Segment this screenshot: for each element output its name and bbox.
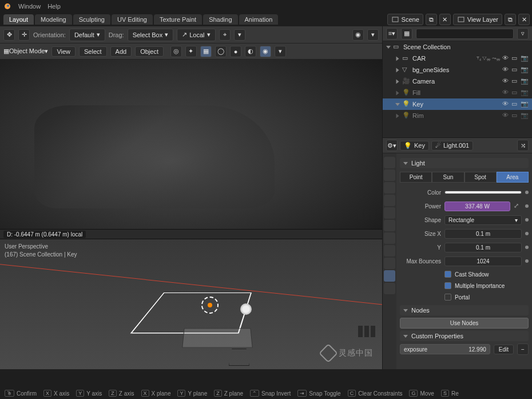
eye-icon[interactable]: 👁 [502,100,510,108]
render-hide-icon[interactable]: 📷 [521,100,529,108]
shading-wireframe-icon[interactable]: ◯ [215,46,227,57]
shape-dropdown[interactable]: Rectangle ▾ [444,215,522,225]
workspace-tab-animation[interactable]: Animation [239,14,279,25]
drag-dropdown[interactable]: Select Box▾ [128,29,174,41]
power-field[interactable]: 337.48 W [444,202,510,211]
vtab-scene-icon[interactable] [384,195,395,206]
keyframe-dot[interactable] [525,232,529,235]
expand-icon[interactable] [396,90,399,95]
camera-view-widget[interactable] [358,208,375,220]
pin-icon[interactable]: ⤭ [517,140,529,151]
workspace-tab-uv-editing[interactable]: UV Editing [112,14,153,25]
vtab-data-icon[interactable] [384,270,395,282]
vtab-material-icon[interactable] [384,283,395,294]
expand-icon[interactable] [396,113,399,118]
eye-icon[interactable]: 👁 [502,77,510,85]
render-hide-icon[interactable]: 📷 [521,54,529,62]
light-type-area[interactable]: Area [497,172,529,183]
light-type-point[interactable]: Point [400,172,432,183]
light-type-sun[interactable]: Sun [432,172,464,183]
scene-selector[interactable]: Scene [387,14,423,25]
vtab-object-icon[interactable] [384,220,395,231]
snap-options-icon[interactable]: ▾ [234,29,245,41]
color-field[interactable] [444,191,522,194]
viewport-hide-icon[interactable]: ▭ [511,66,519,74]
mode-dropdown[interactable]: ▦Object Mode▾ [3,48,48,55]
viewport-hide-icon[interactable]: ▭ [511,54,519,62]
vtab-render-icon[interactable] [384,157,395,168]
props-editor-type-icon[interactable]: ⚙▾ [386,140,398,151]
eye-icon[interactable]: 👁 [502,66,510,74]
3d-viewport[interactable]: User Perspective (167) Scene Collection … [0,239,382,369]
render-hide-icon[interactable]: 📷 [521,89,529,97]
keyframe-dot[interactable] [525,218,529,222]
transform-orientation-dropdown[interactable]: ↗Local▾ [177,29,215,41]
outliner-search-input[interactable] [416,29,514,39]
camera-object[interactable] [229,349,249,366]
vtab-constraint-icon[interactable] [384,258,395,269]
proportional-options-icon[interactable]: ▾ [367,29,379,41]
orientation-dropdown[interactable]: Default▾ [69,29,105,41]
select-menu[interactable]: Select [79,46,107,57]
outliner-scene-collection[interactable]: ▭ Scene Collection [383,41,532,53]
panel-custom-props-header[interactable]: Custom Properties [400,331,529,341]
render-hide-icon[interactable]: 📷 [521,77,529,85]
object-crumb[interactable]: 💡Key [400,141,429,151]
cursor-tool-icon[interactable]: ✥ [3,29,15,41]
vtab-world-icon[interactable] [384,207,395,219]
workspace-tab-modeling[interactable]: Modeling [35,14,72,25]
render-hide-icon[interactable]: 📷 [521,66,529,74]
outliner-item-car[interactable]: ▭CAR⸆₄ ▽₉₉ ⤳₉₉👁▭📷 [383,53,532,64]
vtab-output-icon[interactable] [384,169,395,181]
vtab-physics-icon[interactable] [384,245,395,256]
blender-logo-icon[interactable] [3,2,11,10]
light-origin-gizmo[interactable] [201,297,219,314]
multiple-importance-checkbox[interactable] [444,282,451,289]
xray-icon[interactable]: ▦ [200,46,212,57]
object-menu[interactable]: Object [135,46,164,57]
shading-solid-icon[interactable]: ● [230,46,241,57]
scene-browse-icon[interactable]: ⧉ [426,14,437,25]
viewlayer-browse-icon[interactable]: ⧉ [505,14,516,25]
data-crumb[interactable]: ☄Light.001 [431,141,473,151]
panel-light-header[interactable]: Light [400,158,529,168]
outliner-filter-icon[interactable]: ▿ [517,28,529,39]
outliner-item-bg_onesides[interactable]: ▽bg_oneSides👁▭📷 [383,64,532,76]
shading-matpreview-icon[interactable]: ◐ [245,46,256,57]
menu-help[interactable]: Help [47,3,61,10]
outliner-item-key[interactable]: 💡Key👁▭📷 [383,98,532,110]
use-nodes-button[interactable]: Use Nodes [400,318,529,329]
menu-window[interactable]: Window [18,3,41,10]
workspace-tab-texture-paint[interactable]: Texture Paint [154,14,202,25]
viewport-hide-icon[interactable]: ▭ [511,77,519,85]
expand-icon[interactable] [396,79,399,84]
eyedropper-icon[interactable]: ⤢ [514,202,522,210]
viewlayer-selector[interactable]: View Layer [453,14,502,25]
shading-options-icon[interactable]: ▾ [275,46,286,57]
3d-cursor-icon[interactable] [240,303,252,315]
scene-delete-icon[interactable]: ✕ [439,14,451,25]
viewlayer-delete-icon[interactable]: ✕ [518,14,530,25]
move-tool-icon[interactable]: ✛ [18,29,30,41]
outliner-display-mode-icon[interactable]: ≡▾ [386,28,398,39]
keyframe-dot[interactable] [525,246,529,249]
eye-icon[interactable]: 👁 [502,54,510,62]
expand-icon[interactable] [386,46,391,49]
sizex-field[interactable]: 0.1 m [444,229,522,239]
workspace-tab-layout[interactable]: Layout [3,14,34,25]
outliner-item-camera[interactable]: 🎥Camera👁▭📷 [383,76,532,87]
vtab-viewlayer-icon[interactable] [384,182,395,193]
expand-icon[interactable] [396,68,399,72]
viewport-hide-icon[interactable]: ▭ [511,112,519,120]
keyframe-dot[interactable] [525,191,529,194]
render-hide-icon[interactable]: 📷 [521,112,529,120]
vtab-modifier-icon[interactable] [384,232,395,244]
eye-icon[interactable]: 👁 [502,112,510,120]
workspace-tab-shading[interactable]: Shading [203,14,237,25]
gizmo-icon[interactable]: ✦ [185,46,197,57]
bounces-field[interactable]: 1024 [444,256,522,266]
expand-icon[interactable] [396,56,399,61]
workspace-tab-sculpting[interactable]: Sculpting [73,14,110,25]
portal-checkbox[interactable] [444,294,451,301]
panel-nodes-header[interactable]: Nodes [400,305,529,315]
